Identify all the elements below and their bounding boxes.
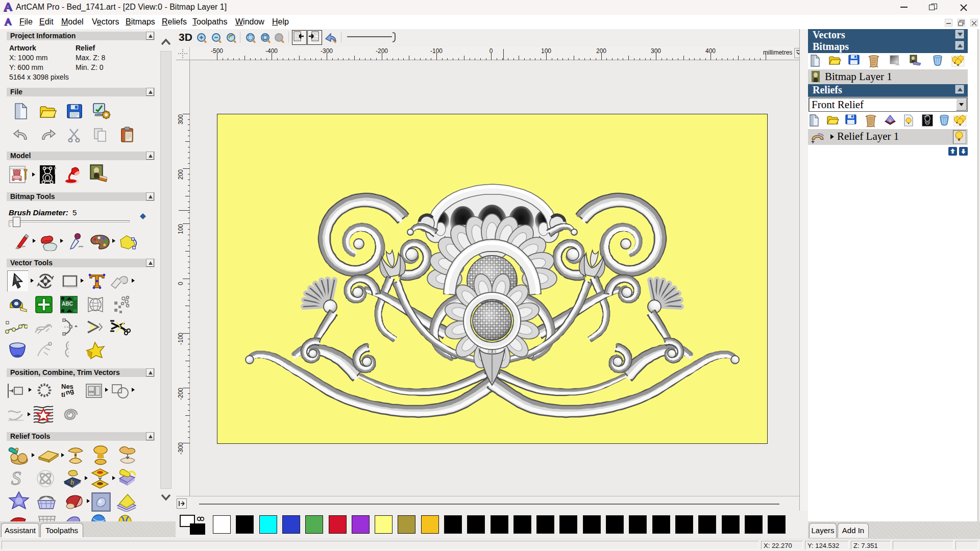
svg-text:ti: ti xyxy=(61,391,65,398)
svg-text:S: S xyxy=(11,468,21,489)
svg-text:+: + xyxy=(811,138,815,144)
svg-text:b: b xyxy=(70,479,74,486)
svg-text:TEST: TEST xyxy=(923,115,929,118)
svg-text:ABC: ABC xyxy=(62,301,73,307)
